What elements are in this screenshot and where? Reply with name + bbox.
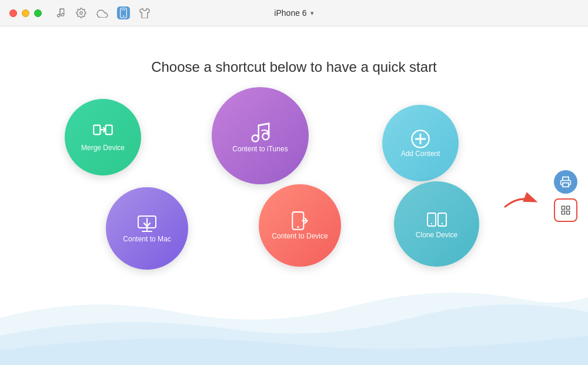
main-content: Choose a shortcut below to have a quick …: [0, 26, 588, 365]
svg-point-21: [430, 223, 432, 224]
svg-rect-28: [562, 211, 564, 214]
printer-icon: [560, 176, 572, 188]
svg-rect-24: [563, 182, 569, 187]
content-to-device-button[interactable]: Content to Device: [259, 184, 341, 267]
content-to-mac-button[interactable]: Content to Mac: [106, 187, 188, 270]
content-to-device-label: Content to Device: [272, 232, 328, 240]
arrow-svg: [502, 192, 537, 210]
merge-icon: [92, 122, 113, 144]
clone-device-label: Clone Device: [416, 231, 457, 239]
page-title: Choose a shortcut below to have a quick …: [151, 59, 437, 75]
svg-rect-7: [93, 125, 100, 135]
music-icon[interactable]: [54, 6, 66, 19]
phone-icon[interactable]: [117, 6, 130, 19]
svg-rect-26: [562, 206, 564, 209]
device-export-icon: [289, 211, 310, 232]
grid-icon: [560, 205, 571, 215]
content-to-mac-label: Content to Mac: [123, 235, 171, 243]
clothing-icon[interactable]: [138, 6, 151, 19]
titlebar-title: iPhone 6 ▾: [274, 8, 313, 18]
content-to-itunes-label: Content to iTunes: [232, 145, 288, 153]
shortcuts-area: Merge Device Content to iTunes Add Con: [29, 87, 559, 281]
titlebar: iPhone 6 ▾: [0, 0, 588, 26]
svg-point-19: [297, 226, 299, 228]
svg-point-9: [252, 135, 258, 141]
settings-icon[interactable]: [75, 6, 88, 19]
svg-rect-29: [567, 211, 570, 214]
content-to-itunes-button[interactable]: Content to iTunes: [212, 87, 309, 184]
add-content-icon: [410, 128, 431, 150]
device-name: iPhone 6: [274, 8, 306, 18]
svg-point-1: [61, 14, 64, 16]
titlebar-icons: [54, 6, 151, 19]
minimize-button[interactable]: [22, 9, 29, 17]
merge-device-button[interactable]: Merge Device: [65, 99, 141, 175]
svg-point-3: [80, 12, 83, 15]
merge-device-label: Merge Device: [81, 144, 125, 152]
svg-rect-27: [567, 206, 570, 209]
grid-view-button[interactable]: [554, 198, 577, 222]
cloud-icon[interactable]: [96, 6, 109, 19]
svg-point-23: [441, 223, 442, 224]
close-button[interactable]: [9, 9, 17, 17]
mac-icon: [136, 214, 158, 235]
add-content-label: Add Content: [401, 150, 440, 158]
svg-point-0: [58, 14, 61, 17]
itunes-icon: [248, 119, 273, 145]
traffic-lights: [9, 9, 42, 17]
arrow-indicator: [502, 192, 537, 212]
dropdown-chevron[interactable]: ▾: [310, 9, 314, 17]
add-content-button[interactable]: Add Content: [382, 105, 459, 181]
clone-icon: [426, 210, 447, 231]
export-button[interactable]: [554, 170, 577, 194]
svg-rect-8: [106, 125, 112, 135]
right-toolbar: [554, 170, 577, 222]
svg-point-10: [262, 133, 269, 140]
clone-device-button[interactable]: Clone Device: [394, 181, 479, 267]
svg-point-6: [123, 15, 124, 16]
maximize-button[interactable]: [34, 9, 42, 17]
